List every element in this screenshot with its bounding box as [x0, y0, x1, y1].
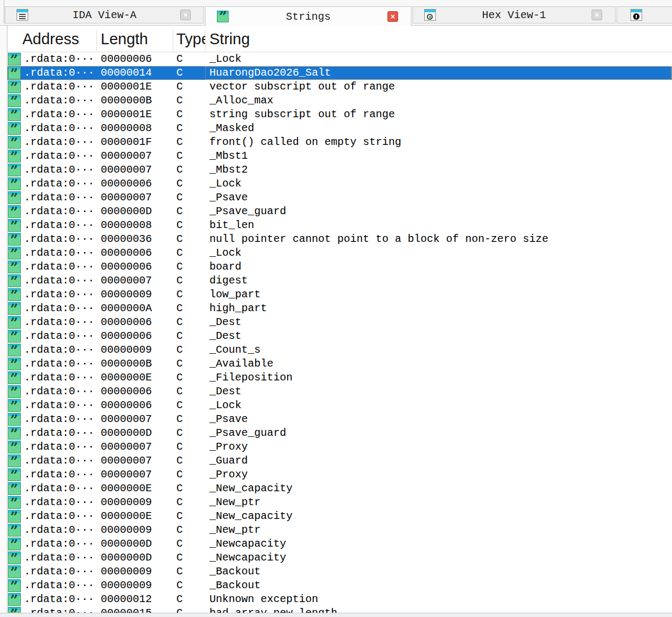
table-row[interactable]: .rdata:0··· 0000000D C _Newcapacity	[7, 551, 672, 565]
table-row[interactable]: .rdata:0··· 0000000A C high_part	[7, 302, 672, 315]
table-row[interactable]: .rdata:0··· 00000006 C _Lock	[7, 246, 672, 260]
quote-glyph	[10, 71, 19, 78]
table-row[interactable]: .rdata:0··· 0000001F C front() called on…	[7, 135, 672, 149]
table-row[interactable]: .rdata:0··· 00000008 C bit_len	[7, 218, 672, 232]
cell-type: C	[176, 274, 183, 288]
cell-string: _Dest	[209, 329, 241, 343]
cell-string: _New_ptr	[209, 496, 261, 509]
cell-type: C	[176, 496, 183, 509]
table-row[interactable]: .rdata:0··· 00000009 C _Backout	[7, 565, 672, 579]
string-quote-icon	[8, 385, 21, 398]
quote-glyph	[10, 459, 19, 466]
column-header-address[interactable]: Address	[22, 26, 79, 52]
cell-string: low_part	[209, 288, 261, 302]
column-separator[interactable]	[96, 30, 97, 51]
table-row[interactable]: .rdata:0··· 00000008 C _Masked	[7, 121, 672, 135]
table-row[interactable]: .rdata:0··· 0000000D C _Newcapacity	[7, 537, 672, 551]
cell-type: C	[176, 385, 183, 399]
tab-partial[interactable]	[617, 6, 672, 23]
table-row[interactable]: .rdata:0··· 0000000E C _New_capacity	[7, 482, 672, 496]
cell-address: .rdata:0···	[24, 412, 94, 426]
quote-glyph	[10, 348, 19, 355]
tab-ida-view-a[interactable]: IDA View-A	[5, 6, 204, 23]
table-row[interactable]: .rdata:0··· 00000036 C null pointer cann…	[7, 232, 672, 246]
table-row[interactable]: .rdata:0··· 00000007 C _Proxy	[7, 440, 672, 454]
cell-address: .rdata:0···	[24, 135, 94, 149]
quote-glyph	[10, 583, 19, 591]
column-header-type[interactable]: Type	[176, 26, 205, 52]
table-row[interactable]: .rdata:0··· 00000015 C bad array new len…	[7, 606, 672, 613]
table-row[interactable]: .rdata:0··· 00000006 C _Dest	[7, 315, 672, 329]
quote-glyph	[10, 99, 19, 106]
table-row[interactable]: .rdata:0··· 00000009 C _New_ptr	[7, 496, 672, 509]
column-header-length[interactable]: Length	[101, 26, 148, 52]
quote-glyph	[10, 265, 19, 272]
table-row[interactable]: .rdata:0··· 00000007 C _Psave	[7, 412, 672, 426]
cell-string: board	[209, 260, 241, 274]
table-row[interactable]: .rdata:0··· 00000009 C low_part	[7, 288, 672, 302]
table-row[interactable]: .rdata:0··· 00000006 C _Lock	[7, 177, 672, 191]
cell-string: _Backout	[209, 565, 261, 579]
cell-string: _Dest	[209, 315, 241, 329]
table-row[interactable]: .rdata:0··· 00000007 C _Guard	[7, 454, 672, 468]
column-separator[interactable]	[205, 30, 206, 51]
string-quote-icon	[8, 177, 21, 190]
quote-glyph	[10, 431, 19, 439]
cell-length: 00000007	[101, 468, 152, 482]
table-row[interactable]: .rdata:0··· 0000000E C _Fileposition	[7, 371, 672, 385]
tab-hex-view-1[interactable]: Hex View-1	[412, 6, 616, 23]
table-row[interactable]: .rdata:0··· 00000007 C _Psave	[7, 191, 672, 205]
cell-type: C	[176, 315, 183, 329]
cell-type: C	[176, 218, 183, 232]
table-row[interactable]: .rdata:0··· 0000000B C _Available	[7, 357, 672, 371]
cell-type: C	[176, 121, 183, 135]
table-row[interactable]: .rdata:0··· 0000000D C _Psave_guard	[7, 426, 672, 440]
cell-length: 00000007	[101, 412, 152, 426]
cell-string: _Newcapacity	[209, 551, 286, 565]
column-header-string[interactable]: String	[209, 26, 250, 52]
cell-string: _Lock	[209, 177, 241, 191]
string-quote-icon	[8, 150, 21, 163]
cell-length: 00000012	[101, 592, 152, 606]
table-row[interactable]: .rdata:0··· 0000001E C string subscript …	[7, 108, 672, 121]
cell-address: .rdata:0···	[24, 274, 94, 288]
table-row[interactable]: .rdata:0··· 00000006 C board	[7, 260, 672, 274]
cell-string: _Available	[209, 357, 273, 371]
table-row[interactable]: .rdata:0··· 00000006 C _Dest	[7, 385, 672, 399]
column-separator[interactable]	[173, 30, 173, 51]
cell-type: C	[176, 551, 183, 565]
string-quote-icon	[8, 122, 21, 135]
close-icon[interactable]	[180, 10, 191, 20]
close-icon[interactable]	[387, 11, 398, 22]
quote-glyph	[10, 126, 19, 134]
close-icon[interactable]	[592, 10, 602, 20]
table-row[interactable]: .rdata:0··· 00000006 C _Lock	[7, 399, 672, 412]
quote-glyph	[10, 514, 19, 522]
cell-string: vector subscript out of range	[209, 80, 395, 94]
tab-strings[interactable]: Strings	[205, 6, 411, 26]
table-row[interactable]: .rdata:0··· 00000009 C _Backout	[7, 579, 672, 592]
cell-string: _Backout	[209, 579, 261, 592]
cell-string: front() called on empty string	[209, 135, 401, 149]
table-row[interactable]: .rdata:0··· 00000007 C _Proxy	[7, 468, 672, 482]
string-quote-icon	[8, 219, 21, 232]
table-row[interactable]: .rdata:0··· 0000001E C vector subscript …	[7, 80, 672, 94]
table-row[interactable]: .rdata:0··· 0000000D C _Psave_guard	[7, 205, 672, 218]
cell-address: .rdata:0···	[24, 606, 94, 613]
cell-length: 00000008	[101, 218, 152, 232]
quote-glyph	[10, 334, 19, 342]
table-row[interactable]: .rdata:0··· 00000009 C _New_ptr	[7, 523, 672, 537]
table-row[interactable]: .rdata:0··· 00000006 C _Lock	[7, 52, 672, 66]
table-row[interactable]: .rdata:0··· 00000009 C _Count_s	[7, 343, 672, 357]
table-row[interactable]: .rdata:0··· 00000006 C _Dest	[7, 329, 672, 343]
table-row[interactable]: .rdata:0··· 00000012 C Unknown exception	[7, 592, 672, 606]
cell-length: 00000007	[101, 149, 152, 163]
table-row[interactable]: .rdata:0··· 0000000B C _Alloc_max	[7, 94, 672, 108]
table-row[interactable]: .rdata:0··· 00000007 C _Mbst2	[7, 163, 672, 177]
quote-glyph	[10, 168, 19, 175]
table-row[interactable]: .rdata:0··· 0000000E C _New_capacity	[7, 509, 672, 523]
quote-glyph	[10, 362, 19, 369]
table-row[interactable]: .rdata:0··· 00000007 C digest	[7, 274, 672, 288]
table-row[interactable]: .rdata:0··· 00000007 C _Mbst1	[7, 149, 672, 163]
table-row[interactable]: .rdata:0··· 00000014 C HuarongDao2026_Sa…	[7, 66, 672, 80]
